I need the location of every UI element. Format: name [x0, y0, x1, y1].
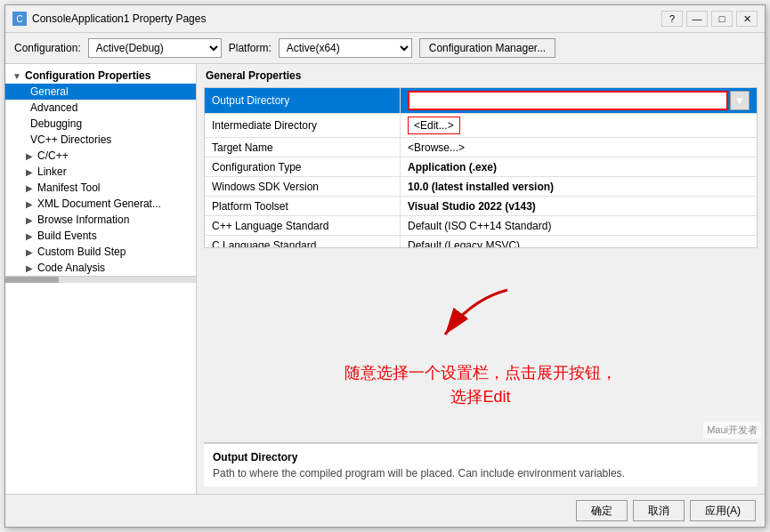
prop-row-target-name[interactable]: Target Name <Browse...>: [205, 138, 757, 157]
prop-name-target: Target Name: [205, 138, 401, 157]
platform-label: Platform:: [229, 42, 272, 54]
sidebar-item-linker[interactable]: ▶Linker: [5, 164, 196, 180]
root-arrow-icon: ▼: [11, 69, 23, 82]
prop-row-cpp-standard[interactable]: C++ Language Standard Default (ISO C++14…: [205, 216, 757, 236]
tree-root-label: Configuration Properties: [25, 69, 150, 82]
xml-arrow-icon: ▶: [23, 197, 36, 210]
prop-name-config-type: Configuration Type: [205, 157, 401, 176]
properties-table: Output Directory $(SolutionDir)$(Platfor…: [204, 87, 758, 248]
toolbar-row: Configuration: Active(Debug) Platform: A…: [5, 33, 765, 64]
title-bar-left: C ConsoleApplication1 Property Pages: [12, 12, 206, 26]
desc-title: Output Directory: [213, 451, 749, 463]
prop-name-c-standard: C Language Standard: [205, 236, 401, 248]
config-manager-button[interactable]: Configuration Manager...: [419, 38, 555, 58]
property-pages-dialog: C ConsoleApplication1 Property Pages ? —…: [4, 4, 766, 528]
sidebar-item-browse-info[interactable]: ▶Browse Information: [5, 212, 196, 228]
apply-button[interactable]: 应用(A): [690, 500, 756, 521]
manifest-arrow-icon: ▶: [23, 181, 36, 194]
sidebar-item-code-analysis[interactable]: ▶Code Analysis: [5, 260, 196, 276]
properties-header: General Properties: [197, 64, 765, 87]
left-scrollbar[interactable]: [5, 276, 196, 283]
output-dir-expand-button[interactable]: ▼: [730, 91, 750, 110]
prop-value-sdk: 10.0 (latest installed version): [401, 177, 757, 196]
build-events-arrow-icon: ▶: [23, 230, 36, 242]
annotation-text: 随意选择一个设置栏，点击展开按钮， 选择Edit: [344, 361, 617, 409]
cancel-button[interactable]: 取消: [633, 500, 685, 521]
prop-row-c-standard[interactable]: C Language Standard Default (Legacy MSVC…: [205, 236, 757, 248]
left-panel: ▼ Configuration Properties General Advan…: [5, 64, 197, 494]
title-bar-buttons: ? — □ ✕: [661, 11, 758, 27]
code-analysis-arrow-icon: ▶: [23, 262, 36, 274]
prop-row-config-type[interactable]: Configuration Type Application (.exe): [205, 157, 757, 177]
bottom-bar: 确定 取消 应用(A): [5, 494, 765, 527]
sidebar-item-debugging[interactable]: Debugging: [5, 116, 196, 132]
output-dir-value[interactable]: $(SolutionDir)$(Platform)\$(Configuratio…: [408, 91, 728, 110]
configuration-select[interactable]: Active(Debug): [88, 38, 222, 58]
help-button[interactable]: ?: [661, 11, 683, 27]
prop-row-sdk-version[interactable]: Windows SDK Version 10.0 (latest install…: [205, 177, 757, 197]
prop-value-target: <Browse...>: [401, 138, 757, 157]
intermediate-edit-box[interactable]: <Edit...>: [408, 117, 460, 134]
description-panel: Output Directory Path to where the compi…: [204, 442, 758, 487]
browse-arrow-icon: ▶: [23, 214, 36, 226]
prop-value-c-standard: Default (Legacy MSVC): [401, 236, 757, 248]
sidebar-item-custom-build[interactable]: ▶Custom Build Step: [5, 244, 196, 260]
prop-name-output-dir: Output Directory: [205, 88, 401, 113]
maximize-button[interactable]: □: [711, 11, 733, 27]
right-panel: General Properties Output Directory $(So…: [197, 64, 765, 494]
annotation-area: 随意选择一个设置栏，点击展开按钮， 选择Edit Maui开发者: [197, 248, 765, 443]
platform-select[interactable]: Active(x64): [279, 38, 412, 58]
output-dir-text: $(SolutionDir)$(Platform)\$(Configuratio…: [415, 94, 615, 107]
linker-arrow-icon: ▶: [23, 165, 36, 178]
prop-value-output-dir: $(SolutionDir)$(Platform)\$(Configuratio…: [401, 88, 757, 113]
sidebar-item-cpp[interactable]: ▶C/C++: [5, 148, 196, 164]
prop-value-toolset: Visual Studio 2022 (v143): [401, 197, 757, 215]
prop-value-intermediate: <Edit...>: [401, 114, 757, 137]
prop-value-cpp-standard: Default (ISO C++14 Standard): [401, 216, 757, 235]
watermark: Maui开发者: [703, 422, 761, 439]
sidebar-item-build-events[interactable]: ▶Build Events: [5, 228, 196, 244]
left-scrollbar-thumb: [5, 277, 59, 283]
output-dir-input-container: $(SolutionDir)$(Platform)\$(Configuratio…: [408, 91, 750, 110]
sidebar-item-vc-directories[interactable]: VC++ Directories: [5, 132, 196, 148]
prop-name-toolset: Platform Toolset: [205, 197, 401, 215]
sidebar-item-xml-doc[interactable]: ▶XML Document Generat...: [5, 196, 196, 212]
minimize-button[interactable]: —: [686, 11, 708, 27]
config-label: Configuration:: [14, 42, 81, 54]
sidebar-item-general[interactable]: General: [5, 84, 196, 100]
app-icon: C: [12, 12, 27, 26]
close-button[interactable]: ✕: [736, 11, 758, 27]
sidebar-item-manifest-tool[interactable]: ▶Manifest Tool: [5, 180, 196, 196]
prop-row-output-dir[interactable]: Output Directory $(SolutionDir)$(Platfor…: [205, 88, 757, 114]
prop-name-sdk: Windows SDK Version: [205, 177, 401, 196]
prop-name-cpp-standard: C++ Language Standard: [205, 216, 401, 235]
prop-value-config-type: Application (.exe): [401, 157, 757, 176]
custom-build-arrow-icon: ▶: [23, 246, 36, 258]
desc-text: Path to where the compiled program will …: [213, 467, 749, 480]
prop-row-platform-toolset[interactable]: Platform Toolset Visual Studio 2022 (v14…: [205, 197, 757, 216]
cpp-arrow-icon: ▶: [23, 149, 36, 162]
tree-root[interactable]: ▼ Configuration Properties: [5, 68, 196, 84]
prop-row-intermediate-dir[interactable]: Intermediate Directory <Edit...>: [205, 114, 757, 138]
ok-button[interactable]: 确定: [576, 500, 628, 521]
main-content: ▼ Configuration Properties General Advan…: [5, 64, 765, 494]
title-bar: C ConsoleApplication1 Property Pages ? —…: [5, 5, 765, 33]
sidebar-item-advanced[interactable]: Advanced: [5, 100, 196, 116]
red-arrow-icon: [427, 281, 534, 352]
dialog-title: ConsoleApplication1 Property Pages: [32, 12, 206, 25]
prop-name-intermediate: Intermediate Directory: [205, 114, 401, 137]
